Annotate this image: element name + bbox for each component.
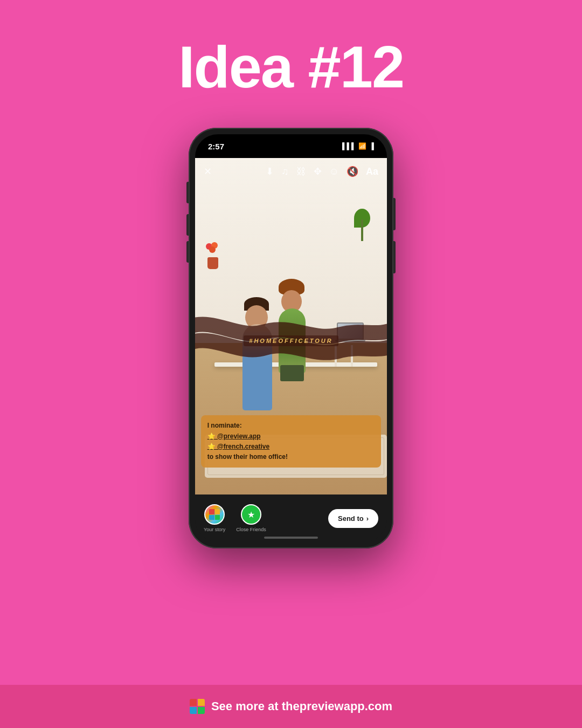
footer-logo-q1 <box>190 699 197 706</box>
footer-logo-q2 <box>198 699 205 706</box>
footer-logo-q4 <box>198 707 205 714</box>
your-story-circle <box>204 504 225 525</box>
nomination-line2: ⭐ @preview.app <box>207 431 375 442</box>
status-time: 2:57 <box>208 142 224 151</box>
background-plant <box>353 209 372 241</box>
nomination-line1: I nominate: <box>207 421 375 431</box>
link-icon[interactable]: ⛓ <box>296 166 306 177</box>
phone-mockup: 2:57 ▌▌▌ 📶 ▐ ✕ ⬇ ♫ ⛓ ✥ ☺ 🔇 <box>189 128 393 548</box>
send-to-button[interactable]: Send to › <box>328 509 378 528</box>
close-friends-star-icon: ★ <box>247 510 255 520</box>
preview-logo-small <box>209 509 220 520</box>
logo-q1 <box>209 509 214 514</box>
wifi-icon: 📶 <box>358 142 366 150</box>
story-content: #HOMEOFFICETOUR I nominate: ⭐ @preview.a… <box>195 158 387 495</box>
nomination-line3: ⭐ @french.creative <box>207 442 375 452</box>
sticker-icon[interactable]: ☺ <box>329 166 339 177</box>
home-indicator <box>264 537 318 539</box>
your-story-label: Your story <box>204 527 225 532</box>
close-icon[interactable]: ✕ <box>204 166 212 177</box>
p2-legs <box>280 365 304 381</box>
status-icons: ▌▌▌ 📶 ▐ <box>342 142 374 150</box>
plant-stem <box>361 219 363 241</box>
close-friends-label: Close Friends <box>236 527 266 532</box>
logo-q3 <box>209 515 214 520</box>
your-story-option[interactable]: Your story <box>204 504 225 532</box>
close-friends-circle: ★ <box>241 504 261 525</box>
toolbar-right: ⬇ ♫ ⛓ ✥ ☺ 🔇 Aa <box>266 166 378 177</box>
phone-screen: 2:57 ▌▌▌ 📶 ▐ ✕ ⬇ ♫ ⛓ ✥ ☺ 🔇 <box>195 134 387 542</box>
flowers-vase <box>207 257 218 269</box>
battery-icon: ▐ <box>369 142 374 150</box>
move-icon[interactable]: ✥ <box>314 166 322 177</box>
send-to-label: Send to <box>338 514 364 523</box>
toolbar-left: ✕ <box>204 166 212 177</box>
send-to-arrow-icon: › <box>366 514 369 523</box>
flower-3 <box>209 246 216 253</box>
footer-text: See more at thepreviewapp.com <box>211 699 392 713</box>
close-friends-option[interactable]: ★ Close Friends <box>236 504 266 532</box>
logo-q2 <box>215 509 220 514</box>
nomination-box: I nominate: ⭐ @preview.app ⭐ @french.cre… <box>201 415 382 468</box>
story-toolbar: ✕ ⬇ ♫ ⛓ ✥ ☺ 🔇 Aa <box>195 158 387 185</box>
preview-app-logo <box>190 699 205 714</box>
page-title: Idea #12 <box>178 32 404 101</box>
background-flowers <box>205 242 221 269</box>
mute-icon[interactable]: 🔇 <box>347 166 358 177</box>
hashtag-text: #HOMEOFFICETOUR <box>244 335 338 346</box>
text-style-icon[interactable]: Aa <box>366 166 378 177</box>
logo-q4 <box>215 515 220 520</box>
download-icon[interactable]: ⬇ <box>266 166 274 177</box>
footer: See more at thepreviewapp.com <box>0 685 582 728</box>
phone-outer: 2:57 ▌▌▌ 📶 ▐ ✕ ⬇ ♫ ⛓ ✥ ☺ 🔇 <box>189 128 393 548</box>
music-icon[interactable]: ♫ <box>281 166 289 177</box>
nomination-line4: to show their home office! <box>207 452 375 462</box>
story-bottom-bar: Your story ★ Close Friends Send to › <box>195 495 387 542</box>
hashtag-banner: #HOMEOFFICETOUR <box>205 335 377 346</box>
signal-icon: ▌▌▌ <box>342 142 356 150</box>
phone-notch <box>256 134 326 149</box>
footer-logo-q3 <box>190 707 197 714</box>
